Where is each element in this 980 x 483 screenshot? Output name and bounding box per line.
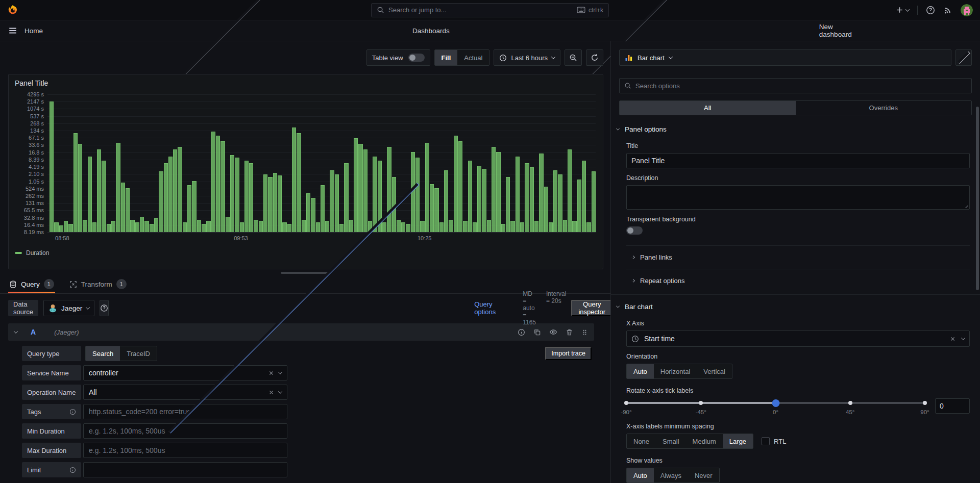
panel-title-input[interactable]	[631, 157, 965, 165]
tab-transform[interactable]: Transform 1	[68, 279, 128, 293]
section-bar-chart[interactable]: Bar chart	[611, 295, 980, 313]
global-search[interactable]: ctrl+k	[371, 3, 609, 17]
spacing-small[interactable]: Small	[656, 434, 686, 448]
bar	[349, 220, 353, 232]
repeat-options-row[interactable]: Repeat options	[611, 269, 980, 292]
field-text-input-limit[interactable]	[89, 466, 282, 474]
bar	[449, 220, 453, 232]
toggle-viz-pane-button[interactable]	[955, 49, 972, 66]
info-circle-icon[interactable]	[518, 328, 525, 336]
x-axis-tick: 10:25	[418, 235, 432, 241]
slider-dot	[923, 401, 927, 405]
spacing-large[interactable]: Large	[723, 434, 753, 448]
field-input-min-duration[interactable]	[83, 423, 287, 439]
show-values-auto[interactable]: Auto	[627, 468, 654, 482]
show-values-never[interactable]: Never	[688, 468, 719, 482]
nav-divider	[917, 6, 918, 15]
datasource-help-button[interactable]	[100, 300, 109, 316]
news-rss-icon[interactable]	[943, 6, 952, 15]
orientation-auto[interactable]: Auto	[627, 364, 654, 378]
collapse-query-icon[interactable]	[14, 329, 18, 333]
rtl-checkbox[interactable]	[762, 437, 770, 445]
breadcrumb-item-new-dashboard[interactable]: New dashboard	[819, 23, 866, 38]
slider-handle[interactable]	[772, 399, 779, 407]
breadcrumb-item-home[interactable]: Home	[24, 27, 43, 35]
top-nav: ctrl+k	[0, 0, 980, 20]
time-range-picker[interactable]: Last 6 hours	[494, 49, 560, 66]
bar	[387, 147, 391, 232]
field-input-operation-name[interactable]: All	[83, 385, 287, 400]
avatar[interactable]	[961, 4, 973, 16]
max-data-points-stat: MD = auto = 1165	[523, 290, 536, 326]
bar	[592, 171, 596, 232]
show-values-always[interactable]: Always	[654, 468, 688, 482]
orientation-vertical[interactable]: Vertical	[697, 364, 732, 378]
section-panel-options[interactable]: Panel options	[611, 115, 980, 135]
new-button[interactable]	[896, 6, 909, 14]
field-text-input-max-duration[interactable]	[89, 446, 282, 454]
transparent-background-toggle[interactable]	[626, 226, 643, 235]
resize-handle[interactable]	[281, 272, 330, 274]
orientation-horizontal[interactable]: Horizontal	[654, 364, 697, 378]
hide-response-eye-icon[interactable]	[549, 328, 557, 336]
rotate-value-input[interactable]	[935, 398, 970, 414]
bar	[482, 169, 486, 232]
bar	[173, 149, 177, 232]
x-axis-select[interactable]: Start time	[626, 331, 970, 347]
breadcrumb-item-dashboards[interactable]: Dashboards	[412, 27, 450, 35]
options-search[interactable]	[619, 78, 972, 93]
import-trace-button[interactable]: Import trace	[545, 347, 592, 360]
query-inspector-button[interactable]: Query inspector	[571, 300, 612, 316]
spacing-none[interactable]: None	[627, 434, 656, 448]
help-icon[interactable]	[926, 6, 935, 15]
search-input[interactable]	[388, 6, 573, 14]
bar	[240, 222, 244, 232]
menu-icon[interactable]	[8, 26, 17, 35]
bar	[140, 217, 144, 232]
legend-label[interactable]: Duration	[26, 249, 49, 257]
bar	[59, 225, 63, 233]
grafana-logo[interactable]	[7, 5, 18, 16]
bar	[520, 222, 524, 232]
zoom-out-button[interactable]	[565, 49, 582, 66]
options-tab-overrides[interactable]: Overrides	[796, 101, 972, 115]
query-type-search[interactable]: Search	[86, 346, 120, 361]
clear-and-expand-icons[interactable]	[268, 370, 282, 376]
sidebar-scrollbar[interactable]	[976, 107, 979, 290]
description-textarea[interactable]	[627, 186, 969, 209]
query-row-header[interactable]: A (Jaeger)	[8, 323, 594, 341]
bar	[159, 171, 163, 232]
field-label-min-duration: Min Duration	[22, 423, 81, 439]
datasource-picker[interactable]: Jaeger	[43, 300, 94, 316]
remove-query-trash-icon[interactable]	[566, 328, 573, 336]
view-actual[interactable]: Actual	[457, 50, 489, 65]
field-input-max-duration[interactable]	[83, 443, 287, 458]
gridline	[47, 232, 596, 233]
field-input-limit[interactable]	[83, 462, 287, 477]
drag-grip-icon[interactable]	[581, 328, 588, 336]
spacing-medium[interactable]: Medium	[686, 434, 723, 448]
duplicate-query-icon[interactable]	[533, 328, 541, 336]
field-text-input-min-duration[interactable]	[89, 427, 282, 435]
clear-and-expand-icons[interactable]	[268, 390, 282, 395]
query-options-toggle[interactable]: Query options	[118, 300, 513, 316]
refresh-button[interactable]	[586, 49, 603, 66]
options-tab-all[interactable]: All	[620, 101, 796, 115]
query-type-traceid[interactable]: TraceID	[120, 346, 157, 361]
view-fill[interactable]: Fill	[435, 50, 458, 65]
clear-x-icon[interactable]	[950, 336, 955, 342]
y-axis-tick: 8.39 s	[29, 157, 44, 163]
field-value: controller	[89, 369, 264, 377]
options-search-input[interactable]	[635, 82, 967, 90]
table-view-toggle[interactable]	[408, 54, 425, 62]
bar	[64, 221, 68, 232]
slider-dot	[848, 401, 852, 405]
tab-query[interactable]: Query 1	[8, 279, 55, 293]
bar	[235, 158, 239, 232]
panel-links-row[interactable]: Panel links	[611, 246, 980, 269]
slider-track-area[interactable]	[626, 398, 925, 408]
panel-links-label: Panel links	[640, 253, 672, 261]
field-row-operation-name: Operation NameAll	[22, 385, 594, 400]
field-input-service-name[interactable]: controller	[83, 365, 287, 380]
visualization-picker[interactable]: Bar chart	[619, 49, 951, 66]
